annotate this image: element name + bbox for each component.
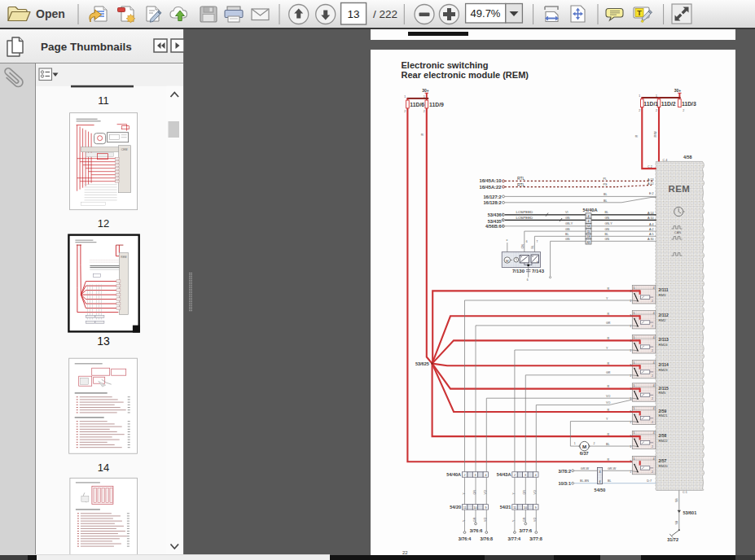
svg-text:CAN: CAN xyxy=(674,230,682,234)
svg-text:3: 3 xyxy=(475,473,476,476)
svg-text:4/58: 4/58 xyxy=(683,155,692,160)
svg-text:T: T xyxy=(536,240,538,243)
svg-text:4: 4 xyxy=(599,479,601,483)
svg-text:2: 2 xyxy=(652,420,653,423)
svg-text:53/435: 53/435 xyxy=(488,218,502,223)
svg-text:GR: GR xyxy=(523,489,526,494)
svg-text:32: 32 xyxy=(587,240,590,243)
svg-text:2/115: 2/115 xyxy=(659,385,669,390)
svg-text:16/45A:22: 16/45A:22 xyxy=(479,184,501,189)
svg-text:5: 5 xyxy=(634,361,635,364)
svg-text:2: 2 xyxy=(652,444,653,448)
svg-text:2: 2 xyxy=(593,442,595,445)
svg-text:R/W: R/W xyxy=(654,130,657,137)
svg-text:RM20: RM20 xyxy=(659,463,669,467)
svg-text:2/111: 2/111 xyxy=(659,287,669,292)
svg-text:GN: GN xyxy=(521,243,525,248)
svg-text:2/112: 2/112 xyxy=(659,313,669,317)
svg-text:3/78:2: 3/78:2 xyxy=(558,468,571,473)
svg-text:13: 13 xyxy=(347,8,359,20)
svg-text:E:2: E:2 xyxy=(649,192,654,195)
svg-text:GN-Y: GN-Y xyxy=(605,222,613,225)
svg-text:54/40A: 54/40A xyxy=(446,472,461,477)
svg-text:30+: 30+ xyxy=(422,87,429,92)
svg-text:A:12: A:12 xyxy=(647,182,654,186)
svg-text:1: 1 xyxy=(630,324,631,327)
svg-text:6: 6 xyxy=(527,278,529,282)
svg-text:RM3: RM3 xyxy=(659,292,667,296)
svg-text:2: 2 xyxy=(656,108,657,112)
svg-text:GR: GR xyxy=(606,371,611,374)
svg-text:13: 13 xyxy=(97,335,110,348)
svg-text:4/56B:6: 4/56B:6 xyxy=(485,224,502,229)
svg-text:5: 5 xyxy=(634,311,635,314)
svg-text:BL: BL xyxy=(531,245,534,248)
svg-text:R: R xyxy=(608,457,610,461)
svg-text:RM5: RM5 xyxy=(659,391,667,395)
svg-text:49.7%: 49.7% xyxy=(471,7,501,20)
svg-text:BL: BL xyxy=(608,479,612,483)
svg-text:RM23: RM23 xyxy=(659,367,669,371)
svg-text:54: 54 xyxy=(587,225,590,228)
svg-text:2: 2 xyxy=(464,473,466,476)
svg-text:16/128:2: 16/128:2 xyxy=(483,200,501,205)
svg-text:3: 3 xyxy=(630,435,631,438)
svg-text:4: 4 xyxy=(653,335,655,339)
svg-text:22: 22 xyxy=(402,549,408,554)
svg-text:3/77:8: 3/77:8 xyxy=(529,536,542,540)
svg-text:54/43A: 54/43A xyxy=(497,472,511,477)
svg-text:6: 6 xyxy=(526,240,528,243)
svg-text:A:13: A:13 xyxy=(647,177,654,181)
svg-text:11: 11 xyxy=(463,505,467,509)
svg-text:GR: GR xyxy=(473,489,476,494)
svg-text:BL: BL xyxy=(604,193,608,196)
svg-text:T: T xyxy=(637,9,642,17)
svg-text:4: 4 xyxy=(653,407,655,410)
svg-text:1: 1 xyxy=(630,444,631,448)
svg-text:7/143: 7/143 xyxy=(532,268,545,273)
svg-text:54/50: 54/50 xyxy=(595,488,606,492)
svg-text:C 2: C 2 xyxy=(647,164,652,168)
svg-text:R: R xyxy=(608,336,610,339)
svg-text:3: 3 xyxy=(630,289,631,292)
svg-text:BL: BL xyxy=(565,232,569,235)
svg-text:R: R xyxy=(608,432,610,435)
svg-text:3/76:6: 3/76:6 xyxy=(470,527,483,532)
svg-text:54/20: 54/20 xyxy=(450,505,461,510)
svg-text:A:10: A:10 xyxy=(647,217,654,220)
svg-text:2: 2 xyxy=(404,110,406,113)
svg-text:BL-BN: BL-BN xyxy=(580,479,589,483)
svg-text:Open: Open xyxy=(36,7,65,20)
svg-text:RM22: RM22 xyxy=(659,438,669,442)
svg-text:M: M xyxy=(582,443,586,448)
svg-text:14: 14 xyxy=(98,462,109,474)
svg-text:2/59: 2/59 xyxy=(659,408,667,413)
svg-text:9: 9 xyxy=(535,505,537,509)
svg-text:GN-Y: GN-Y xyxy=(565,222,573,225)
svg-text:A:5: A:5 xyxy=(649,233,654,236)
svg-text:11D/1: 11D/1 xyxy=(643,100,658,106)
svg-text:54/40A: 54/40A xyxy=(582,208,597,212)
svg-text:10: 10 xyxy=(524,505,527,509)
svg-text:VO: VO xyxy=(484,517,487,521)
svg-text:4: 4 xyxy=(653,311,655,314)
svg-text:4: 4 xyxy=(485,473,486,476)
svg-text:Electronic switching: Electronic switching xyxy=(402,59,489,69)
svg-text:LOSPEED: LOSPEED xyxy=(516,215,533,219)
svg-text:BL: BL xyxy=(606,442,610,445)
svg-text:2: 2 xyxy=(424,110,425,113)
svg-text:11D/3: 11D/3 xyxy=(682,100,696,106)
svg-text:3: 3 xyxy=(630,410,631,413)
svg-text:5: 5 xyxy=(634,286,635,289)
svg-text:3: 3 xyxy=(630,314,631,317)
svg-text:4: 4 xyxy=(653,457,655,460)
svg-text:GR-W: GR-W xyxy=(608,466,617,470)
svg-text:5: 5 xyxy=(634,407,635,410)
svg-text:2/58: 2/58 xyxy=(659,433,667,438)
svg-text:BL: BL xyxy=(604,199,608,202)
svg-text:5: 5 xyxy=(634,431,635,435)
svg-text:31/72: 31/72 xyxy=(667,536,678,541)
svg-text:C 4: C 4 xyxy=(663,158,668,161)
svg-text:3: 3 xyxy=(630,460,631,463)
svg-text:PS: PS xyxy=(604,183,608,186)
